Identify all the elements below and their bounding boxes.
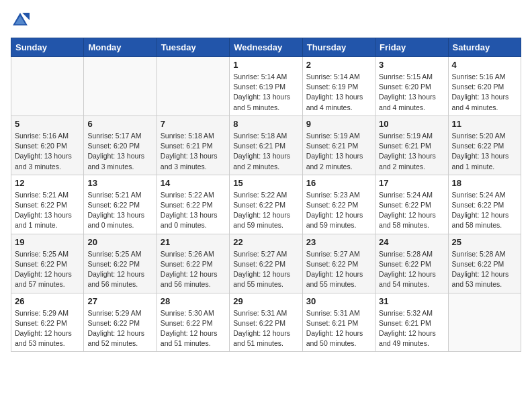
day-info: Sunrise: 5:20 AMSunset: 6:22 PMDaylight:…	[452, 131, 517, 172]
calendar-cell: 19Sunrise: 5:25 AMSunset: 6:22 PMDayligh…	[11, 234, 84, 293]
day-info: Sunrise: 5:25 AMSunset: 6:22 PMDaylight:…	[87, 249, 152, 290]
day-info: Sunrise: 5:22 AMSunset: 6:22 PMDaylight:…	[161, 190, 226, 231]
day-number: 17	[379, 178, 444, 188]
calendar-cell: 20Sunrise: 5:25 AMSunset: 6:22 PMDayligh…	[84, 234, 157, 293]
day-info: Sunrise: 5:15 AMSunset: 6:20 PMDaylight:…	[379, 72, 444, 113]
day-number: 8	[233, 119, 298, 129]
day-number: 20	[87, 237, 152, 247]
calendar-cell: 18Sunrise: 5:24 AMSunset: 6:22 PMDayligh…	[448, 175, 521, 234]
day-number: 21	[161, 237, 226, 247]
day-info: Sunrise: 5:28 AMSunset: 6:22 PMDaylight:…	[452, 249, 517, 290]
day-number: 4	[452, 60, 517, 70]
calendar-cell: 7Sunrise: 5:18 AMSunset: 6:21 PMDaylight…	[157, 116, 229, 175]
calendar-week-row: 5Sunrise: 5:16 AMSunset: 6:20 PMDaylight…	[11, 116, 521, 175]
calendar-cell	[448, 293, 521, 352]
calendar-week-row: 26Sunrise: 5:29 AMSunset: 6:22 PMDayligh…	[11, 293, 521, 352]
day-number: 15	[233, 178, 298, 188]
day-number: 6	[87, 119, 152, 129]
day-number: 26	[15, 296, 80, 306]
day-info: Sunrise: 5:21 AMSunset: 6:22 PMDaylight:…	[15, 190, 80, 231]
calendar-cell: 13Sunrise: 5:21 AMSunset: 6:22 PMDayligh…	[84, 175, 157, 234]
day-info: Sunrise: 5:28 AMSunset: 6:22 PMDaylight:…	[379, 249, 444, 290]
weekday-header: Sunday	[11, 38, 84, 57]
day-info: Sunrise: 5:18 AMSunset: 6:21 PMDaylight:…	[233, 131, 298, 172]
calendar-cell: 28Sunrise: 5:30 AMSunset: 6:22 PMDayligh…	[157, 293, 229, 352]
day-info: Sunrise: 5:16 AMSunset: 6:20 PMDaylight:…	[452, 72, 517, 113]
day-info: Sunrise: 5:23 AMSunset: 6:22 PMDaylight:…	[306, 190, 371, 231]
calendar-cell: 11Sunrise: 5:20 AMSunset: 6:22 PMDayligh…	[448, 116, 521, 175]
calendar-cell: 27Sunrise: 5:29 AMSunset: 6:22 PMDayligh…	[84, 293, 157, 352]
day-number: 23	[306, 237, 371, 247]
calendar-table: SundayMondayTuesdayWednesdayThursdayFrid…	[11, 38, 521, 352]
calendar-cell: 16Sunrise: 5:23 AMSunset: 6:22 PMDayligh…	[302, 175, 375, 234]
calendar-cell: 24Sunrise: 5:28 AMSunset: 6:22 PMDayligh…	[375, 234, 448, 293]
calendar-cell	[11, 57, 84, 116]
calendar-cell: 12Sunrise: 5:21 AMSunset: 6:22 PMDayligh…	[11, 175, 84, 234]
day-info: Sunrise: 5:18 AMSunset: 6:21 PMDaylight:…	[161, 131, 226, 172]
day-info: Sunrise: 5:30 AMSunset: 6:22 PMDaylight:…	[161, 308, 226, 349]
day-number: 24	[379, 237, 444, 247]
calendar-cell: 26Sunrise: 5:29 AMSunset: 6:22 PMDayligh…	[11, 293, 84, 352]
day-number: 3	[379, 60, 444, 70]
logo-icon	[11, 11, 30, 30]
calendar-cell: 23Sunrise: 5:27 AMSunset: 6:22 PMDayligh…	[302, 234, 375, 293]
day-number: 22	[233, 237, 298, 247]
day-info: Sunrise: 5:29 AMSunset: 6:22 PMDaylight:…	[15, 308, 80, 349]
calendar-week-row: 1Sunrise: 5:14 AMSunset: 6:19 PMDaylight…	[11, 57, 521, 116]
calendar-cell: 3Sunrise: 5:15 AMSunset: 6:20 PMDaylight…	[375, 57, 448, 116]
calendar-cell: 25Sunrise: 5:28 AMSunset: 6:22 PMDayligh…	[448, 234, 521, 293]
calendar-week-row: 19Sunrise: 5:25 AMSunset: 6:22 PMDayligh…	[11, 234, 521, 293]
weekday-header: Monday	[84, 38, 157, 57]
calendar-cell: 14Sunrise: 5:22 AMSunset: 6:22 PMDayligh…	[157, 175, 229, 234]
day-info: Sunrise: 5:21 AMSunset: 6:22 PMDaylight:…	[87, 190, 152, 231]
calendar-header-row: SundayMondayTuesdayWednesdayThursdayFrid…	[11, 38, 521, 57]
calendar-cell	[84, 57, 157, 116]
day-info: Sunrise: 5:16 AMSunset: 6:20 PMDaylight:…	[15, 131, 80, 172]
day-number: 1	[233, 60, 298, 70]
day-info: Sunrise: 5:31 AMSunset: 6:22 PMDaylight:…	[233, 308, 298, 349]
calendar-cell	[157, 57, 229, 116]
day-info: Sunrise: 5:14 AMSunset: 6:19 PMDaylight:…	[233, 72, 298, 113]
day-info: Sunrise: 5:24 AMSunset: 6:22 PMDaylight:…	[452, 190, 517, 231]
day-number: 30	[306, 296, 371, 306]
calendar-cell: 6Sunrise: 5:17 AMSunset: 6:20 PMDaylight…	[84, 116, 157, 175]
day-info: Sunrise: 5:31 AMSunset: 6:21 PMDaylight:…	[306, 308, 371, 349]
day-number: 28	[161, 296, 226, 306]
calendar-cell: 29Sunrise: 5:31 AMSunset: 6:22 PMDayligh…	[230, 293, 302, 352]
weekday-header: Wednesday	[230, 38, 302, 57]
calendar-cell: 1Sunrise: 5:14 AMSunset: 6:19 PMDaylight…	[230, 57, 302, 116]
calendar-cell: 31Sunrise: 5:32 AMSunset: 6:21 PMDayligh…	[375, 293, 448, 352]
day-info: Sunrise: 5:19 AMSunset: 6:21 PMDaylight:…	[379, 131, 444, 172]
day-info: Sunrise: 5:24 AMSunset: 6:22 PMDaylight:…	[379, 190, 444, 231]
day-info: Sunrise: 5:26 AMSunset: 6:22 PMDaylight:…	[161, 249, 226, 290]
day-number: 13	[87, 178, 152, 188]
calendar-cell: 21Sunrise: 5:26 AMSunset: 6:22 PMDayligh…	[157, 234, 229, 293]
day-number: 2	[306, 60, 371, 70]
calendar-cell: 22Sunrise: 5:27 AMSunset: 6:22 PMDayligh…	[230, 234, 302, 293]
calendar-cell: 9Sunrise: 5:19 AMSunset: 6:21 PMDaylight…	[302, 116, 375, 175]
calendar-cell: 4Sunrise: 5:16 AMSunset: 6:20 PMDaylight…	[448, 57, 521, 116]
day-info: Sunrise: 5:22 AMSunset: 6:22 PMDaylight:…	[233, 190, 298, 231]
day-number: 14	[161, 178, 226, 188]
calendar-cell: 2Sunrise: 5:14 AMSunset: 6:19 PMDaylight…	[302, 57, 375, 116]
day-number: 9	[306, 119, 371, 129]
weekday-header: Tuesday	[157, 38, 229, 57]
calendar-cell: 17Sunrise: 5:24 AMSunset: 6:22 PMDayligh…	[375, 175, 448, 234]
page-header	[11, 11, 521, 30]
day-number: 11	[452, 119, 517, 129]
day-number: 16	[306, 178, 371, 188]
day-number: 18	[452, 178, 517, 188]
day-info: Sunrise: 5:29 AMSunset: 6:22 PMDaylight:…	[87, 308, 152, 349]
calendar-body: 1Sunrise: 5:14 AMSunset: 6:19 PMDaylight…	[11, 57, 521, 352]
day-info: Sunrise: 5:17 AMSunset: 6:20 PMDaylight:…	[87, 131, 152, 172]
day-number: 31	[379, 296, 444, 306]
day-number: 29	[233, 296, 298, 306]
weekday-header: Friday	[375, 38, 448, 57]
logo	[11, 11, 32, 30]
calendar-cell: 10Sunrise: 5:19 AMSunset: 6:21 PMDayligh…	[375, 116, 448, 175]
day-number: 27	[87, 296, 152, 306]
day-info: Sunrise: 5:32 AMSunset: 6:21 PMDaylight:…	[379, 308, 444, 349]
day-number: 5	[15, 119, 80, 129]
day-number: 7	[161, 119, 226, 129]
day-number: 19	[15, 237, 80, 247]
